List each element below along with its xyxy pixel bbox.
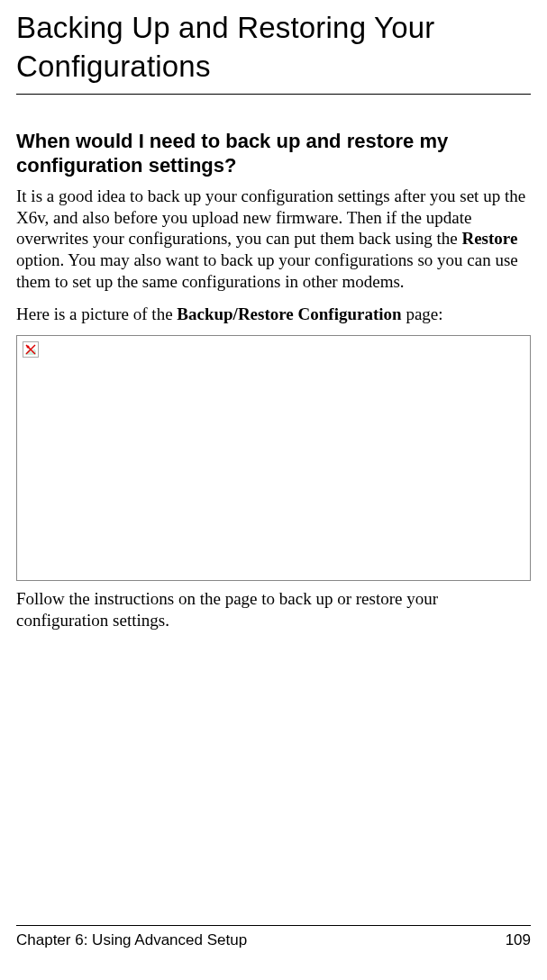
para1-pre-text: It is a good idea to back up your config… bbox=[16, 186, 525, 249]
section-subheading: When would I need to back up and restore… bbox=[16, 129, 531, 178]
paragraph-2: Here is a picture of the Backup/Restore … bbox=[16, 304, 531, 325]
footer-page-number: 109 bbox=[506, 931, 531, 949]
footer-chapter-label: Chapter 6: Using Advanced Setup bbox=[16, 931, 247, 949]
para2-bold-text: Backup/Restore Configuration bbox=[177, 304, 401, 323]
para1-post-text: option. You may also want to back up you… bbox=[16, 250, 518, 291]
screenshot-placeholder-box bbox=[16, 335, 531, 581]
page-footer: Chapter 6: Using Advanced Setup 109 bbox=[16, 925, 531, 949]
para2-post-text: page: bbox=[402, 304, 443, 323]
broken-image-icon bbox=[23, 341, 39, 358]
paragraph-3: Follow the instructions on the page to b… bbox=[16, 588, 531, 631]
paragraph-1: It is a good idea to back up your config… bbox=[16, 186, 531, 293]
page-title-heading: Backing Up and Restoring Your Configurat… bbox=[16, 9, 531, 95]
para2-pre-text: Here is a picture of the bbox=[16, 304, 177, 323]
para1-bold-text: Restore bbox=[461, 229, 517, 248]
